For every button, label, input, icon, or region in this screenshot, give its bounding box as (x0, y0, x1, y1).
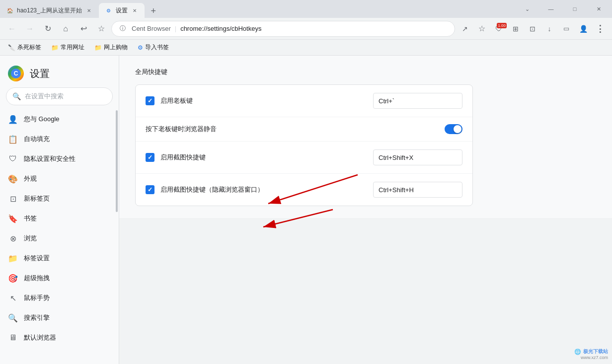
screenshot-shortcut-input[interactable]: Ctrl+Shift+X (373, 149, 462, 165)
bookmark-shopping[interactable]: 📁 网上购物 (90, 41, 132, 54)
sidebar-item-mousegesture-label: 鼠标手势 (24, 293, 111, 302)
tab-settings-title: 设置 (116, 6, 128, 15)
bookmark-kill-tabs[interactable]: 🔪 杀死标签 (4, 41, 45, 54)
profile-button[interactable]: 👤 (575, 21, 591, 37)
sidebar-item-mousegesture[interactable]: ↖ 鼠标手势 (0, 288, 119, 308)
tab-hao123-close[interactable]: ✕ (85, 6, 93, 14)
tagsettings-icon: 📁 (8, 253, 18, 263)
settings-header: C 设置 (0, 56, 119, 87)
home-button[interactable]: ⌂ (58, 21, 74, 37)
address-bar[interactable]: ⓘ Cent Browser | chrome://settings/cbHot… (111, 21, 455, 37)
refresh-button[interactable]: ↻ (40, 21, 56, 37)
settings-search-box[interactable]: 🔍 在设置中搜索 (6, 87, 113, 105)
apps-button[interactable]: ⊞ (508, 21, 524, 37)
settings-sidebar: C 设置 🔍 在设置中搜索 👤 您与 Google 📋 自动填充 🛡 隐私设置和… (0, 56, 119, 364)
sidebar-item-tagsettings-label: 标签设置 (24, 254, 111, 263)
sidebar-item-tagsettings[interactable]: 📁 标签设置 (0, 248, 119, 268)
screenshot-hidden-checkbox[interactable]: ✓ (146, 185, 154, 194)
tab-settings[interactable]: ⚙ 设置 ✕ (99, 3, 145, 18)
sidebar-item-appearance[interactable]: 🎨 外观 (0, 169, 119, 189)
share-button[interactable]: ↗ (457, 21, 473, 37)
bookmark-star-button[interactable]: ☆ (93, 21, 109, 37)
shield-badge: 1.00 (497, 23, 507, 28)
sidebar-item-privacy[interactable]: 🛡 隐私设置和安全性 (0, 149, 119, 169)
boss-key-checkbox[interactable]: ✓ (146, 96, 154, 105)
sidebar-item-search[interactable]: 🔍 搜索引擎 (0, 308, 119, 328)
maximize-button[interactable]: □ (563, 0, 586, 18)
browse-icon: ⊗ (8, 233, 18, 243)
boss-key-label-group: ✓ 启用老板键 (146, 96, 373, 105)
sidebar-item-newtab-label: 新标签页 (24, 194, 111, 203)
sidebar-item-newtab[interactable]: ⊡ 新标签页 (0, 189, 119, 209)
svg-text:C: C (14, 70, 18, 77)
shopping-icon: 📁 (94, 44, 102, 51)
screenshot-shortcut-row: ✓ 启用截图快捷键 Ctrl+Shift+X (136, 142, 472, 174)
newtab-icon: ⊡ (8, 194, 18, 204)
window-controls: ⌄ — □ ✕ (516, 0, 612, 18)
screenshot-hidden-label: 启用截图快捷键（隐藏浏览器窗口） (160, 185, 264, 194)
browser-name-label: Cent Browser (132, 25, 171, 32)
import-icon: ⚙ (138, 44, 143, 51)
sidebar-item-superdrag[interactable]: 🎯 超级拖拽 (0, 268, 119, 288)
bookmark-import[interactable]: ⚙ 导入书签 (134, 41, 173, 54)
chevron-down-button[interactable]: ⌄ (516, 0, 538, 18)
search-placeholder: 在设置中搜索 (25, 92, 64, 101)
forward-button[interactable]: → (22, 21, 38, 37)
back-button[interactable]: ← (4, 21, 20, 37)
tab-hao123[interactable]: 🏠 hao123_上网从这里开始 ✕ (0, 3, 99, 18)
shield-icon-wrap: 🛡 1.00 (491, 21, 507, 37)
tab-hao123-favicon: 🏠 (6, 6, 14, 14)
sidebar-item-autofill-label: 自动填充 (24, 135, 111, 144)
sidebar-item-superdrag-label: 超级拖拽 (24, 274, 111, 283)
sidebar-item-google-label: 您与 Google (24, 115, 111, 124)
boss-key-row: ✓ 启用老板键 Ctrl+` (136, 85, 472, 117)
new-tab-button[interactable]: + (147, 4, 160, 18)
checkbox-check-icon: ✓ (148, 97, 153, 104)
boss-key-mute-label: 按下老板键时浏览器静音 (146, 125, 445, 134)
sidebar-item-bookmarks[interactable]: 🔖 书签 (0, 209, 119, 228)
screenshot-shortcut-checkbox[interactable]: ✓ (146, 153, 154, 162)
favorites-button[interactable]: ☆ (474, 21, 490, 37)
settings-page-title: 设置 (30, 67, 50, 80)
sidebar-scrollbar[interactable] (116, 110, 118, 212)
site-info-icon: ⓘ (118, 24, 128, 34)
sidebar-item-google[interactable]: 👤 您与 Google (0, 109, 119, 129)
checkbox-check-icon2: ✓ (148, 154, 153, 161)
sidebar-item-browse-label: 浏览 (24, 234, 111, 243)
sidebar-item-bookmarks-label: 书签 (24, 214, 111, 223)
screenshot-hidden-shortcut-input[interactable]: Ctrl+Shift+H (373, 182, 462, 198)
sidebar-item-defaultbrowser[interactable]: 🖥 默认浏览器 (0, 328, 119, 348)
mousegesture-icon: ↖ (8, 293, 18, 303)
screenshot-button[interactable]: ⊡ (525, 21, 540, 37)
download-button[interactable]: ↓ (541, 21, 557, 37)
nav-right-icons: ↗ ☆ 🛡 1.00 ⊞ ⊡ ↓ ▭ 👤 ⋮ (457, 21, 608, 37)
watermark-logo-text: 🌐 (574, 349, 581, 355)
screenshot-hidden-row: ✓ 启用截图快捷键（隐藏浏览器窗口） Ctrl+Shift+H (136, 174, 472, 206)
section-title: 全局快捷键 (135, 68, 596, 76)
tab-settings-favicon: ⚙ (105, 6, 113, 14)
sidebar-item-autofill[interactable]: 📋 自动填充 (0, 129, 119, 149)
minimize-button[interactable]: — (539, 0, 562, 18)
settings-logo: C (8, 66, 24, 81)
boss-key-mute-row: 按下老板键时浏览器静音 (136, 117, 472, 142)
undo-button[interactable]: ↩ (76, 21, 91, 37)
sidebar-item-browse[interactable]: ⊗ 浏览 (0, 228, 119, 248)
menu-button[interactable]: ⋮ (592, 21, 608, 37)
main-layout: C 设置 🔍 在设置中搜索 👤 您与 Google 📋 自动填充 🛡 隐私设置和… (0, 56, 612, 364)
screenshot-hidden-shortcut-value: Ctrl+Shift+H (379, 186, 414, 194)
defaultbrowser-icon: 🖥 (8, 333, 18, 343)
superdrag-icon: 🎯 (8, 273, 18, 283)
boss-key-mute-toggle[interactable] (445, 124, 462, 134)
cast-button[interactable]: ▭ (558, 21, 574, 37)
close-button[interactable]: ✕ (587, 0, 610, 18)
bookmark-shopping-label: 网上购物 (104, 43, 128, 52)
boss-key-shortcut-input[interactable]: Ctrl+` (373, 93, 462, 109)
watermark-url: www.xz7.com (574, 355, 608, 360)
navigation-bar: ← → ↻ ⌂ ↩ ☆ ⓘ Cent Browser | chrome://se… (0, 18, 612, 40)
common-sites-icon: 📁 (51, 44, 59, 51)
autofill-icon: 📋 (8, 134, 18, 144)
sidebar-item-appearance-label: 外观 (24, 174, 111, 183)
bookmark-common-sites[interactable]: 📁 常用网址 (47, 41, 88, 54)
screenshot-shortcut-value: Ctrl+Shift+X (379, 154, 413, 161)
tab-settings-close[interactable]: ✕ (131, 6, 139, 14)
